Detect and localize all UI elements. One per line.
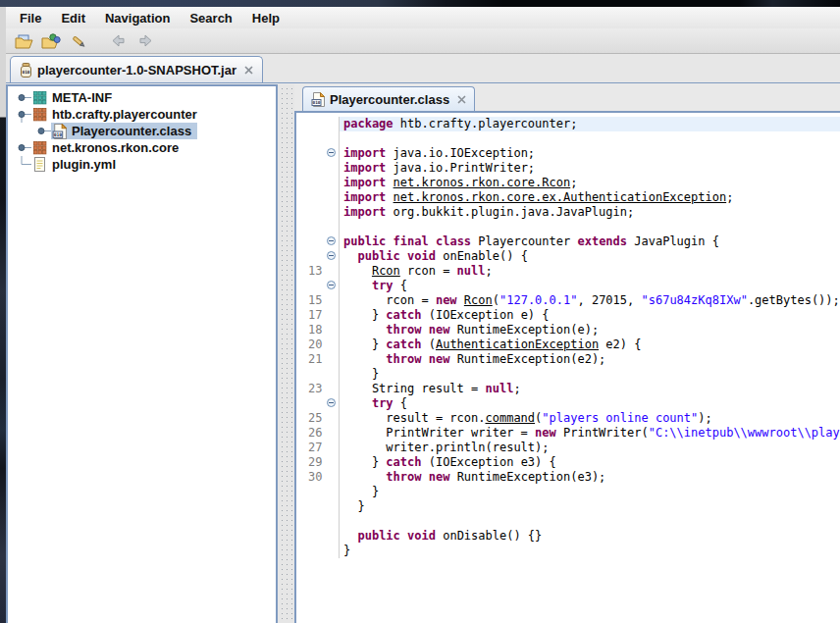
close-icon[interactable]	[244, 66, 253, 75]
tab-playercounter-jar[interactable]: 010 playercounter-1.0-SNAPSHOT.jar	[10, 56, 263, 82]
code-link[interactable]: net.kronos.rkon.core.ex.AuthenticationEx…	[394, 190, 727, 204]
editor-tab-label: Playercounter.class	[330, 92, 449, 107]
line-number	[296, 499, 330, 514]
back-icon[interactable]	[106, 30, 130, 51]
code-token: Playercounter	[471, 234, 577, 248]
code-token: }	[343, 337, 386, 351]
tree: META-INFhtb.crafty.playercounter010Playe…	[6, 84, 278, 623]
fold-collapse-icon[interactable]	[327, 251, 336, 260]
menu-file[interactable]: File	[10, 9, 51, 27]
menu-navigation[interactable]: Navigation	[95, 9, 180, 27]
tree-connector	[16, 156, 31, 173]
code-token: PrintWriter(	[556, 426, 649, 440]
code-token	[343, 470, 386, 484]
line-number	[296, 367, 330, 382]
code-token: null	[457, 264, 486, 278]
tree-expander-icon[interactable]	[16, 106, 31, 123]
tree-item-net-kronos-rkon-core[interactable]: net.kronos.rkon.core	[8, 139, 276, 156]
fold-collapse-icon[interactable]	[327, 281, 336, 289]
code-text: package htb.crafty.playercounter;	[339, 117, 840, 131]
code-token: throw	[386, 470, 421, 484]
code-token: rcon =	[343, 293, 436, 307]
class-file-icon: 010	[311, 92, 325, 107]
code-token: , 27015,	[577, 293, 641, 307]
tree-item-label: htb.crafty.playercounter	[51, 106, 200, 123]
line-number: 27	[296, 441, 330, 455]
line-number	[296, 117, 330, 131]
line-number	[296, 396, 330, 411]
code-text: try {	[339, 396, 840, 411]
menu-edit[interactable]: Edit	[51, 9, 95, 27]
fold-margin	[330, 176, 339, 190]
code-line	[296, 514, 840, 529]
code-text: }	[339, 367, 840, 382]
line-number	[296, 131, 330, 146]
code-line: import java.io.PrintWriter;	[296, 161, 840, 176]
forward-icon[interactable]	[133, 30, 157, 51]
code-link[interactable]: Rcon	[372, 264, 400, 278]
close-icon[interactable]	[457, 95, 466, 104]
tree-expander-icon[interactable]	[16, 139, 31, 156]
fold-collapse-icon[interactable]	[327, 398, 336, 407]
yaml-file-icon	[31, 157, 47, 173]
code-text: import org.bukkit.plugin.java.JavaPlugin…	[339, 205, 840, 220]
code-token	[343, 279, 372, 292]
code-token	[343, 323, 386, 337]
code-token: onDisable() {}	[436, 529, 542, 543]
code-token: }	[343, 485, 379, 498]
tree-expander-icon[interactable]	[35, 123, 51, 139]
code-link[interactable]: Rcon	[464, 293, 493, 307]
svg-text:010: 010	[313, 100, 321, 105]
line-number: 18	[296, 323, 330, 337]
fold-margin	[330, 279, 339, 293]
tab-playercounter-class[interactable]: 010 Playercounter.class	[302, 86, 475, 111]
tree-item-meta-inf[interactable]: META-INF	[8, 89, 276, 106]
code-token	[343, 352, 386, 366]
code-token: ;	[486, 264, 493, 278]
code-link[interactable]: net.kronos.rkon.core.Rcon	[394, 176, 571, 189]
code-token: RuntimeException(e);	[449, 323, 599, 337]
code-token: String result =	[343, 382, 486, 395]
open-type-icon[interactable]	[39, 30, 63, 51]
code-link[interactable]: AuthenticationException	[436, 337, 599, 351]
search-icon[interactable]	[67, 30, 90, 51]
code-line: 21 throw new RuntimeException(e2);	[296, 352, 840, 367]
fold-margin	[330, 367, 339, 382]
code-token: java.io.PrintWriter;	[386, 161, 535, 175]
code-text: import net.kronos.rkon.core.ex.Authentic…	[339, 190, 840, 205]
tree-item-playercounter-class[interactable]: 010Playercounter.class	[8, 123, 276, 139]
code-token: new	[535, 426, 556, 440]
menu-search[interactable]: Search	[180, 9, 241, 27]
code-link[interactable]: command	[486, 411, 536, 425]
fold-margin	[330, 190, 339, 205]
code-text: import java.io.IOException;	[339, 146, 840, 161]
fold-margin	[330, 514, 339, 529]
code-token: new	[436, 293, 457, 307]
line-number	[296, 176, 330, 190]
code-token: }	[343, 455, 386, 469]
fold-collapse-icon[interactable]	[327, 236, 336, 245]
code-token: (	[493, 293, 499, 307]
fold-margin	[330, 323, 339, 337]
window-tab-label: playercounter-1.0-SNAPSHOT.jar	[37, 63, 236, 78]
code-line: try {	[296, 396, 840, 411]
tree-expander-icon[interactable]	[16, 89, 31, 106]
code-token: }	[343, 544, 350, 557]
code-text: PrintWriter writer = new PrintWriter("C:…	[339, 426, 840, 441]
code-token	[421, 470, 428, 484]
fold-collapse-icon[interactable]	[327, 148, 336, 157]
menu-help[interactable]: Help	[242, 9, 289, 27]
tree-item-plugin-yml[interactable]: plugin.yml	[8, 156, 276, 173]
code-token: void	[407, 529, 436, 543]
code-token: .getBytes());	[748, 293, 840, 307]
tree-item-htb-crafty-playercounter[interactable]: htb.crafty.playercounter	[8, 106, 276, 123]
code-token: try	[372, 279, 394, 292]
panel-splitter[interactable]	[278, 84, 294, 623]
open-file-icon[interactable]	[12, 30, 35, 51]
code-token: "s67u84zKq8IXw"	[642, 293, 748, 307]
code-token: void	[407, 249, 436, 263]
jd-gui-window: File Edit Navigation Search Help	[6, 7, 840, 623]
line-number	[296, 514, 330, 529]
code-token: package	[343, 117, 394, 130]
line-number	[296, 234, 330, 249]
